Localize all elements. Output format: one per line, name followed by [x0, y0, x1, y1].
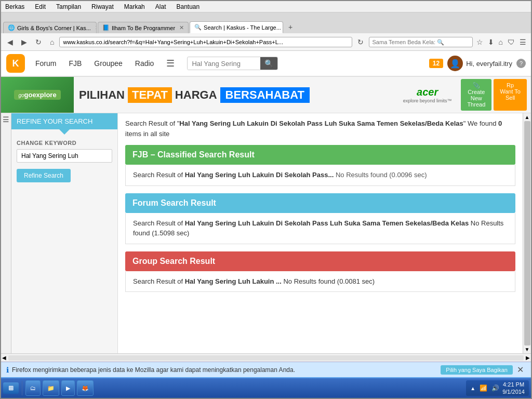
nav-forum[interactable]: Forum	[35, 59, 56, 68]
kaskus-search-button[interactable]: 🔍	[260, 57, 277, 70]
taskbar-app-2[interactable]: 📁	[43, 380, 59, 396]
taskbar-volume-icon[interactable]: 🔊	[491, 384, 499, 392]
hamburger-button[interactable]: ☰	[166, 58, 175, 69]
forward-button[interactable]: ▶	[18, 36, 30, 48]
notification-badge[interactable]: 12	[429, 59, 443, 68]
group-result-bold: Hal Yang Sering Luh Lakuin ...	[185, 277, 282, 285]
tab-close-2[interactable]: ✕	[179, 24, 184, 31]
keyword-input[interactable]	[17, 149, 112, 163]
menu-bar: Berkas Edit Tampilan Riwayat Markah Alat…	[1, 1, 531, 12]
taskbar-up-arrow[interactable]: ▲	[470, 385, 475, 391]
menu-alat[interactable]: Alat	[153, 2, 168, 11]
forum-section-header: Forum Search Result	[125, 193, 515, 213]
taskbar: ⊞ 🗂 📁 ▶ 🦊 ▲ 📶 🔊 4:21 PM 9/1/2014	[1, 377, 531, 398]
banner: gogoexplore PILIHAN TEPAT HARGA BERSAHAB…	[1, 77, 531, 113]
create-thread-label3: Thread	[467, 101, 485, 108]
bookmark-icon[interactable]: ☆	[475, 37, 485, 47]
menu-tampilan[interactable]: Tampilan	[54, 2, 83, 11]
want-to-sell-button[interactable]: Rp Want To Sell	[494, 79, 527, 111]
group-section: Group Search Result Search Result of Hal…	[125, 251, 515, 292]
info-icon: ℹ	[6, 366, 9, 374]
horizontal-scrollbar[interactable]: ◀ ▶	[1, 353, 531, 362]
forum-section: Forum Search Result Search Result of Hal…	[125, 193, 515, 244]
refine-search-button[interactable]: Refine Search	[17, 169, 71, 182]
group-section-header: Group Search Result	[125, 251, 515, 271]
taskbar-clock-area: ▲ 📶 🔊 4:21 PM 9/1/2014	[466, 380, 529, 396]
scrollbar[interactable]: ▲ ▼	[523, 113, 531, 353]
nav-radio[interactable]: Radio	[135, 59, 154, 68]
fjb-result-bold: Hal Yang Sering Luh Lakuin Di Sekolah Pa…	[185, 171, 334, 179]
nav-groupee[interactable]: Groupee	[94, 59, 122, 68]
download-icon[interactable]: ⬇	[486, 37, 496, 47]
main-content: ☰ REFINE YOUR SEARCH CHANGE KEYWORD Refi…	[1, 113, 531, 353]
back-button[interactable]: ◀	[4, 36, 16, 48]
tab-favicon-2: 📘	[102, 24, 110, 31]
kaskus-logo[interactable]: K	[6, 54, 25, 73]
sidebar-header-text: REFINE YOUR SEARCH	[17, 117, 92, 125]
new-tab-button[interactable]: +	[284, 21, 297, 33]
taskbar-clock[interactable]: 4:21 PM 9/1/2014	[502, 381, 525, 396]
menu-markah[interactable]: Markah	[122, 2, 147, 11]
banner-logo-area: gogoexplore	[1, 77, 74, 113]
address-bar: ◀ ▶ ↻ ⌂ ↻ ☆ ⬇ ⌂ 🛡 ☰	[1, 33, 531, 51]
header-right: 12 👤 Hi, everyfail.itry ?	[429, 56, 526, 71]
fjb-result-meta: No Results found (0.0096 sec)	[334, 171, 427, 179]
info-bar-text: ℹ Firefox mengirimkan beberapa jenis dat…	[6, 366, 295, 374]
refresh-button[interactable]: ↻	[32, 36, 45, 48]
menu-berkas[interactable]: Berkas	[3, 2, 26, 11]
address-input[interactable]	[59, 37, 352, 47]
acer-logo: acer explore beyond limits™	[398, 86, 457, 103]
taskbar-app-3[interactable]: ▶	[61, 380, 75, 396]
share-button[interactable]: Pilih yang Saya Bagikan	[441, 365, 513, 375]
dismiss-button[interactable]: ✕	[515, 365, 526, 375]
result-summary: Search Result of "Hal Yang Sering Luh La…	[125, 118, 515, 139]
create-thread-button[interactable]: 📎 Create New Thread	[461, 79, 491, 111]
group-result-text: Search Result of	[133, 277, 185, 285]
tab-ilham[interactable]: 📘 Ilham To Be Programmer ✕	[98, 22, 189, 33]
taskbar-app-1[interactable]: 🗂	[25, 380, 41, 396]
create-thread-label2: New	[471, 95, 482, 101]
menu-edit[interactable]: Edit	[33, 2, 48, 11]
taskbar-app-4[interactable]: 🦊	[77, 380, 94, 396]
forum-result-text: Search Result of	[133, 219, 185, 227]
create-thread-label1: Create	[468, 89, 485, 95]
refresh-go-button[interactable]: ↻	[354, 36, 367, 48]
browser-search-input[interactable]	[369, 37, 473, 47]
sidebar-toggle-icon[interactable]: ☰	[1, 115, 11, 124]
info-message: Firefox mengirimkan beberapa jenis data …	[12, 366, 295, 374]
nav-fjb[interactable]: FJB	[69, 59, 82, 68]
taskbar-separator	[22, 381, 22, 395]
tab-close-1[interactable]: ✕	[95, 24, 97, 31]
home-button[interactable]: ⌂	[47, 36, 57, 48]
taskbar-app-icon-4: 🦊	[82, 385, 89, 392]
start-button[interactable]: ⊞	[3, 382, 19, 394]
header-nav: Forum FJB Groupee Radio ☰ 🔍	[35, 57, 419, 70]
menu-icon[interactable]: ☰	[518, 37, 528, 47]
fjb-result-text: Search Result of	[133, 171, 185, 179]
group-section-title: Group Search Result	[132, 257, 508, 266]
taskbar-app-icon-1: 🗂	[30, 385, 36, 391]
fjb-section-title: FJB – Classified Search Result	[132, 150, 508, 159]
taskbar-network-icon: 📶	[480, 384, 487, 392]
content-area: Search Result of "Hal Yang Sering Luh La…	[118, 113, 523, 353]
tab-label-2: Ilham To Be Programmer	[112, 25, 175, 31]
acer-tagline: explore beyond limits™	[403, 98, 452, 103]
sidebar: REFINE YOUR SEARCH CHANGE KEYWORD Refine…	[11, 113, 118, 353]
change-keyword-section: CHANGE KEYWORD	[11, 135, 117, 166]
shield-icon[interactable]: 🛡	[506, 37, 516, 47]
help-icon[interactable]: ?	[516, 59, 526, 68]
info-bar: ℹ Firefox mengirimkan beberapa jenis dat…	[1, 362, 531, 377]
tab-bar: 🌐 Girls & Boys's Corner | Kas... ✕ 📘 Ilh…	[1, 12, 531, 33]
menu-riwayat[interactable]: Riwayat	[89, 2, 116, 11]
kaskus-header: K Forum FJB Groupee Radio ☰ 🔍 12 👤 Hi, e…	[1, 51, 531, 77]
tab-girls-boys[interactable]: 🌐 Girls & Boys's Corner | Kas... ✕	[3, 22, 97, 33]
sidebar-header[interactable]: REFINE YOUR SEARCH	[11, 113, 117, 129]
fjb-section-body: Search Result of Hal Yang Sering Luh Lak…	[125, 165, 515, 186]
forum-result-bold: Hal Yang Sering Luh Lakuin Di Sekolah Pa…	[185, 219, 469, 227]
group-result-meta: No Results found (0.0081 sec)	[282, 277, 375, 285]
user-info[interactable]: 👤 Hi, everyfail.itry	[447, 56, 512, 71]
tab-search[interactable]: 🔍 Search | Kaskus - The Large... ✕	[190, 21, 283, 33]
home-icon2[interactable]: ⌂	[497, 37, 504, 47]
kaskus-search-input[interactable]	[188, 58, 260, 70]
menu-bantuan[interactable]: Bantuan	[174, 2, 202, 11]
